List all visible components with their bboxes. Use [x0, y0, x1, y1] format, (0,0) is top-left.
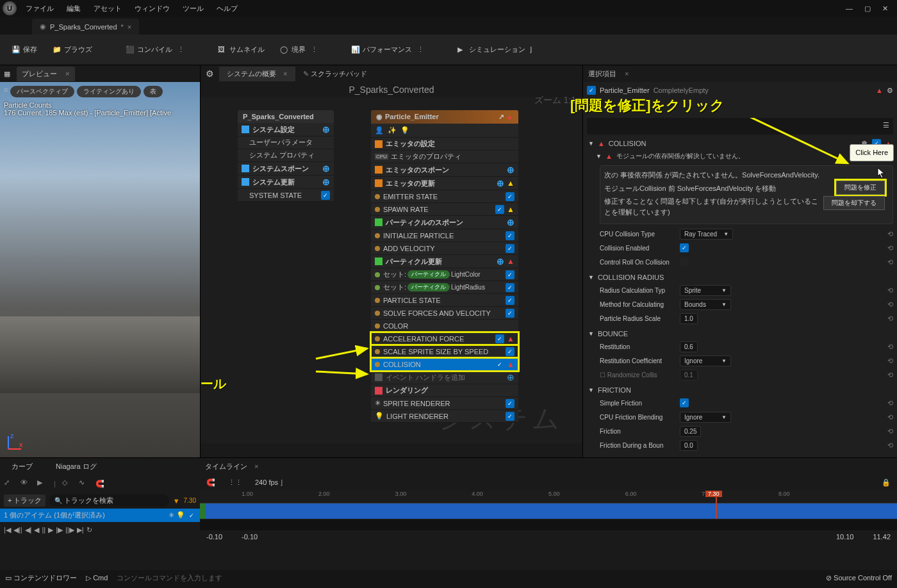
selection-tab[interactable]: 選択項目 × — [588, 69, 629, 79]
simulation-button[interactable]: ▶シミュレーション⌋ — [452, 42, 537, 57]
stack-row[interactable]: システム更新⊕ — [238, 176, 334, 189]
tool-eye-icon[interactable]: 👁 — [21, 478, 31, 489]
reset-icon[interactable]: ⟲ — [887, 413, 893, 421]
particles-icon[interactable]: ✨ — [388, 126, 397, 135]
system-stack[interactable]: P_Sparks_Converted システム設定⊕ユーザーパラメータシステム … — [238, 110, 334, 202]
system-stack-title[interactable]: P_Sparks_Converted — [238, 110, 334, 123]
reset-icon[interactable]: ⟲ — [887, 371, 893, 379]
menu-file[interactable]: ファイル — [19, 1, 60, 16]
transport-next-key[interactable]: |▶ — [56, 526, 63, 534]
row-checkbox[interactable]: ✓ — [506, 244, 514, 253]
reset-icon[interactable]: ⟲ — [887, 230, 893, 238]
tool-key-icon[interactable]: ◇ — [62, 478, 72, 489]
thumbnail-button[interactable]: 🖼サムネイル — [213, 42, 270, 57]
niagara-log-tab[interactable]: Niagara ログ — [44, 459, 108, 474]
window-close[interactable]: ✕ — [882, 4, 888, 13]
Randomize Collis-input[interactable]: 0.1 — [680, 370, 698, 380]
menu-help[interactable]: ヘルプ — [210, 1, 244, 16]
settings-icon[interactable]: ⚙ — [887, 86, 893, 95]
bounds-button[interactable]: ◯境界⋮ — [275, 42, 323, 57]
row-checkbox[interactable]: ✓ — [495, 360, 504, 369]
add-icon[interactable]: ⊕ — [507, 217, 514, 227]
Method for Calculating-select[interactable]: Bounds▼ — [680, 299, 731, 310]
stack-row[interactable]: SYSTEM STATE✓ — [238, 189, 334, 202]
add-track-button[interactable]: + トラック — [4, 494, 45, 507]
CPU Collision Type-select[interactable]: Ray Traced▼ — [680, 229, 733, 240]
stack-row[interactable]: エミッタの設定 — [371, 138, 518, 151]
playhead[interactable]: 7.30 — [716, 491, 717, 519]
Control Roll On Collision-checkbox[interactable] — [680, 257, 689, 266]
stack-row[interactable]: 💡LIGHT RENDERER✓ — [371, 410, 518, 423]
row-checkbox[interactable]: ✓ — [321, 191, 330, 200]
reset-icon[interactable]: ⟲ — [887, 399, 893, 407]
stack-row[interactable]: ✳SPRITE RENDERER✓ — [371, 397, 518, 410]
preview-tab[interactable]: プレビュー × — [17, 67, 75, 81]
lock-icon[interactable]: 🔒 — [882, 478, 891, 487]
tab-close[interactable]: × — [128, 23, 131, 31]
section-collision[interactable]: ▼ ▲ COLLISION 🗑 ✓ ▲ — [587, 137, 893, 150]
stack-row[interactable]: ユーザーパラメータ — [238, 136, 334, 149]
reset-icon[interactable]: ⟲ — [887, 441, 893, 450]
performance-button[interactable]: 📊パフォーマンス⋮ — [346, 42, 429, 57]
curve-tab[interactable]: カーブ — [0, 459, 44, 474]
filter-icon[interactable]: ☰ — [883, 121, 889, 129]
transport-step-back[interactable]: ◀|| — [13, 526, 22, 534]
stack-row[interactable]: CPUエミッタのプロパティ — [371, 151, 518, 163]
reset-icon[interactable]: ⟲ — [887, 286, 893, 295]
stack-row[interactable]: エミッタのスポーン⊕ — [371, 163, 518, 177]
view-lighting[interactable]: ライティングあり — [77, 86, 141, 97]
add-icon[interactable]: ⊕ — [497, 256, 504, 266]
transport-to-end[interactable]: ▶| — [77, 526, 84, 534]
asset-tab[interactable]: ◉ P_Sparks_Converted* × — [32, 19, 139, 35]
scratchpad-tab[interactable]: ✎ スクラッチパッド — [295, 67, 375, 81]
timeline-scrollbar[interactable] — [200, 520, 897, 530]
row-checkbox[interactable]: ✓ — [506, 347, 514, 356]
snap-dropdown[interactable]: ⋮⋮ — [228, 478, 242, 487]
stack-row[interactable]: セット:パーティクルLightColor✓ — [371, 268, 518, 281]
fix-issue-button[interactable]: 問題を修正 — [836, 181, 885, 195]
add-icon[interactable]: ⊕ — [322, 163, 330, 174]
view-show[interactable]: 表 — [144, 86, 163, 97]
viewport-menu-icon[interactable]: ≡ — [4, 86, 8, 97]
save-button[interactable]: 💾保存 — [6, 42, 42, 57]
stack-row[interactable]: イベント ハンドラを追加⊕ — [371, 371, 518, 384]
tl-start[interactable]: -0.10 — [242, 533, 258, 541]
row-checkbox[interactable]: ✓ — [506, 309, 514, 318]
reset-icon[interactable]: ⟲ — [887, 258, 893, 266]
add-icon[interactable]: ⊕ — [322, 177, 330, 187]
transport-to-start[interactable]: |◀ — [4, 526, 11, 534]
menu-tools[interactable]: ツール — [176, 1, 210, 16]
tool-curve-icon[interactable]: ∿ — [79, 478, 89, 489]
Simple Friction-checkbox[interactable]: ✓ — [680, 398, 689, 407]
reset-icon[interactable]: ⟲ — [887, 343, 893, 351]
Restitution Coefficient-select[interactable]: Ignore▼ — [680, 355, 731, 366]
selected-item-row[interactable]: 1 個のアイテム (1個が選択済み) ✳ 💡 ✓ — [0, 509, 200, 522]
preview-viewport[interactable]: ≡ パースペクティブ ライティングあり 表 Particle Counts 17… — [0, 82, 200, 457]
issue-header[interactable]: ▼ ▲ モジュールの依存関係が解決していません。 — [587, 150, 893, 163]
stack-row[interactable]: システムスポーン⊕ — [238, 162, 334, 176]
source-control-status[interactable]: ⊘ Source Control Off — [826, 574, 892, 582]
reset-icon[interactable]: ⟲ — [887, 244, 893, 252]
tool-play-icon[interactable]: ▶ — [37, 478, 47, 489]
transport-step-fwd[interactable]: ||▶ — [65, 526, 74, 534]
row-checkbox[interactable]: ✓ — [506, 270, 514, 279]
emitter-stack-title[interactable]: ◉Particle_Emitter ↗ ▲ — [371, 110, 518, 124]
Friction-input[interactable]: 0.25 — [680, 426, 701, 437]
settings-icon[interactable]: ⚙ — [201, 66, 219, 81]
Particle Radius Scale-input[interactable]: 1.0 — [680, 313, 698, 324]
section-collision-radius[interactable]: ▼COLLISION RADIUS — [587, 272, 893, 283]
stack-row[interactable]: INITIALIZE PARTICLE✓ — [371, 229, 518, 242]
person-icon[interactable]: 👤 — [375, 126, 384, 135]
stack-row[interactable]: PARTICLE STATE✓ — [371, 294, 518, 307]
reset-icon[interactable]: ⟲ — [887, 357, 893, 365]
CPU Friction Blending-select[interactable]: Ignore▼ — [680, 412, 731, 423]
tl-end[interactable]: 10.10 — [836, 533, 854, 541]
row-checkbox[interactable]: ✓ — [506, 296, 514, 305]
menu-asset[interactable]: アセット — [87, 1, 128, 16]
stack-row[interactable]: EMITTER STATE✓ — [371, 190, 518, 203]
stack-row[interactable]: レンダリング — [371, 384, 518, 397]
emitter-enabled-checkbox[interactable]: ✓ — [587, 86, 596, 95]
warning-icon[interactable]: ▲ — [876, 86, 883, 94]
row-checkbox[interactable]: ✓ — [506, 283, 514, 292]
Friction During a Boun-input[interactable]: 0.0 — [680, 440, 698, 451]
